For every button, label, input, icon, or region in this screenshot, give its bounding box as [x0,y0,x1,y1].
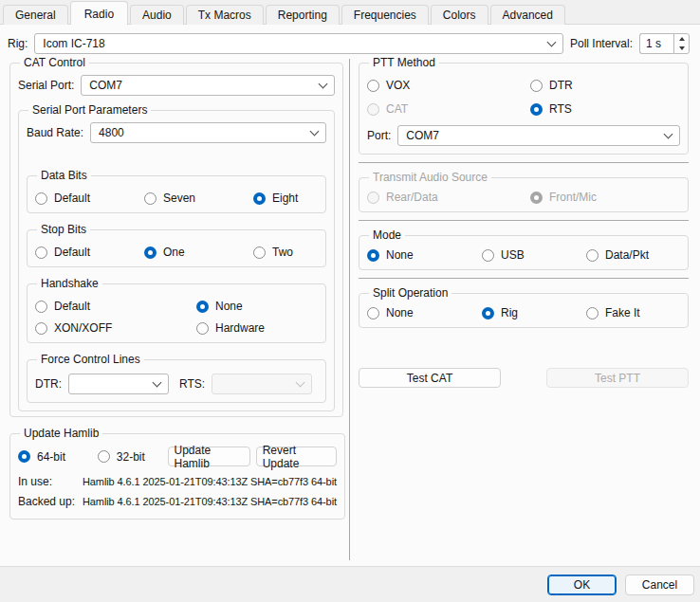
radio-icon [482,249,494,262]
radio-checked-disabled-icon [530,192,543,204]
cat-control-group: CAT Control Serial Port: COM7 Serial Por… [9,56,343,417]
spin-up-icon [679,37,685,41]
mode-group: Mode None USB Data/Pkt [359,228,689,270]
radio-icon [35,301,47,313]
radio-tas-rear-data: Rear/Data [367,191,530,204]
dialog-button-box: OK Cancel [0,566,700,602]
baud-rate-label: Baud Rate: [27,126,83,139]
spin-down-button[interactable] [674,44,689,53]
backed-up-label: Backed up: [18,495,83,508]
radio-checked-icon [18,450,30,463]
tab-bar: General Radio Audio Tx Macros Reporting … [0,0,700,25]
radio-label: Rig [501,306,518,319]
test-cat-button[interactable]: Test CAT [359,368,501,388]
spin-up-button[interactable] [674,34,689,44]
tab-frequencies[interactable]: Frequencies [341,5,429,25]
radio-ptt-dtr[interactable]: DTR [530,79,680,92]
radio-tab-pane: Rig: Icom IC-718 Poll Interval: 1 s CAT … [0,24,700,566]
rig-combobox[interactable]: Icom IC-718 [34,33,563,54]
radio-tas-front-mic: Front/Mic [530,191,680,204]
radio-hamlib-64bit[interactable]: 64-bit [18,450,98,464]
ptt-method-title: PTT Method [369,56,439,69]
radio-icon [530,80,543,92]
radio-label: VOX [386,79,410,92]
force-control-lines-group: Force Control Lines DTR: RTS: [27,353,326,403]
column-divider [349,59,350,560]
poll-interval-label: Poll Interval: [570,37,633,50]
dtr-combobox[interactable] [68,374,169,394]
radio-split-none[interactable]: None [367,306,482,319]
radio-handshake-none[interactable]: None [196,300,318,313]
tab-general[interactable]: General [3,5,68,25]
radio-stop-bits-default[interactable]: Default [35,246,144,259]
radio-handshake-default[interactable]: Default [35,300,196,313]
chevron-down-icon [664,130,673,139]
serial-port-parameters-title: Serial Port Parameters [28,103,151,117]
serial-port-parameters-group: Serial Port Parameters Baud Rate: 4800 D… [18,103,335,411]
radio-label: Fake It [605,306,640,319]
handshake-group: Handshake Default None [27,277,326,343]
separator-line [359,220,689,221]
tab-reporting[interactable]: Reporting [266,5,340,25]
rts-combobox [212,374,312,394]
tab-radio[interactable]: Radio [70,1,128,25]
radio-label: CAT [386,102,408,116]
poll-interval-spinner[interactable]: 1 s [639,33,690,54]
data-bits-group: Data Bits Default Seven [27,169,326,213]
spin-down-icon [679,46,685,50]
radio-handshake-hardware[interactable]: Hardware [196,321,318,335]
radio-mode-none[interactable]: None [367,248,482,262]
radio-stop-bits-two[interactable]: Two [253,246,318,259]
radio-mode-data-pkt[interactable]: Data/Pkt [586,248,680,262]
tab-colors[interactable]: Colors [431,5,488,25]
chevron-down-icon [153,378,162,388]
radio-label: USB [501,248,525,262]
radio-split-rig[interactable]: Rig [482,306,586,319]
baud-rate-value: 4800 [99,126,124,139]
update-hamlib-title: Update Hamlib [20,427,102,440]
baud-rate-combobox[interactable]: 4800 [90,122,326,143]
radio-checked-icon [144,246,157,259]
radio-data-bits-default[interactable]: Default [35,192,144,205]
radio-label: 64-bit [37,450,65,464]
ok-button[interactable]: OK [547,575,617,595]
serial-port-value: COM7 [89,79,122,92]
update-hamlib-button[interactable]: Update Hamlib [168,447,250,466]
radio-ptt-vox[interactable]: VOX [367,79,530,92]
backed-up-value: Hamlib 4.6.1 2025-01-21T09:43:13Z SHA=cb… [83,496,337,507]
radio-label: 32-bit [117,450,145,464]
ptt-port-combobox[interactable]: COM7 [397,125,680,146]
radio-icon [367,307,379,319]
cancel-button[interactable]: Cancel [625,575,694,595]
radio-data-bits-eight[interactable]: Eight [253,192,318,205]
radio-label: Default [54,300,90,313]
radio-ptt-rts[interactable]: RTS [530,102,680,116]
tab-tx-macros[interactable]: Tx Macros [186,5,264,25]
radio-icon [35,192,47,205]
radio-checked-icon [196,301,209,313]
radio-icon [253,246,266,259]
rig-label: Rig: [8,37,28,50]
poll-interval-value[interactable]: 1 s [639,33,673,54]
revert-update-button[interactable]: Revert Update [256,447,337,466]
stop-bits-group: Stop Bits Default One [27,223,326,267]
tab-advanced[interactable]: Advanced [490,5,565,25]
split-operation-group: Split Operation None Rig Fake It [359,286,689,328]
radio-label: Default [54,246,90,259]
radio-label: Hardware [215,321,265,335]
radio-stop-bits-one[interactable]: One [144,246,253,259]
radio-hamlib-32bit[interactable]: 32-bit [98,450,168,464]
radio-split-fake-it[interactable]: Fake It [586,306,680,319]
radio-icon [367,80,379,92]
radio-icon [196,322,209,335]
radio-mode-usb[interactable]: USB [482,248,586,262]
ptt-port-label: Port: [367,129,391,142]
radio-handshake-xonxoff[interactable]: XON/XOFF [35,321,196,335]
chevron-down-icon [296,378,305,388]
radio-label: Rear/Data [386,191,438,204]
tab-audio[interactable]: Audio [130,5,184,25]
serial-port-combobox[interactable]: COM7 [81,75,335,96]
data-bits-title: Data Bits [37,169,91,182]
radio-data-bits-seven[interactable]: Seven [144,192,253,205]
radio-checked-icon [367,249,379,262]
